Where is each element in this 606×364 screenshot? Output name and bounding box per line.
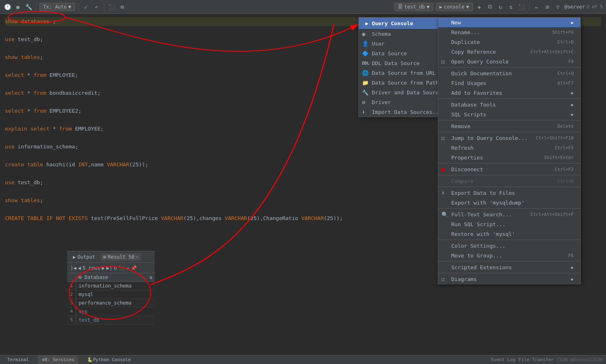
- reload-icon[interactable]: ↻: [114, 265, 117, 271]
- separator4: [529, 3, 529, 11]
- export-icon[interactable]: ↗: [126, 265, 129, 271]
- menu-item-datasource-url[interactable]: 🌐 Data Source from URL: [359, 68, 448, 78]
- menu-item-move-group[interactable]: Move to Group... F6: [438, 251, 580, 260]
- col-num-header: [67, 273, 76, 281]
- menu-item-open-console[interactable]: ◻ Open Query Console F4: [438, 57, 580, 66]
- clock-icon[interactable]: 🕐: [3, 3, 11, 11]
- console-selector[interactable]: ▶ console ▼: [436, 3, 473, 11]
- nav-next[interactable]: ▶: [102, 265, 105, 271]
- sort-icon[interactable]: ⇅: [149, 275, 152, 280]
- menu-item-remove[interactable]: Remove Delete: [438, 121, 580, 131]
- services-icon: ⚙: [42, 357, 45, 362]
- menu-item-schema[interactable]: ◉ Schema: [359, 29, 448, 39]
- tab-result[interactable]: ⊞ Result 50 ✕: [101, 253, 141, 261]
- menu-item-datasource-path[interactable]: 📁 Data Source from Path: [359, 78, 448, 87]
- run-stop-icon[interactable]: ⬛: [518, 3, 526, 11]
- duplicate-label: Duplicate: [451, 39, 480, 45]
- row-num-2: 2: [67, 290, 76, 299]
- refresh-icon[interactable]: ↻: [496, 3, 505, 11]
- menu-item-favorites[interactable]: Add to Favorites ▶: [438, 88, 580, 98]
- quick-doc-shortcut: Ctrl+Q: [549, 71, 574, 76]
- console-icon: ▶: [439, 4, 442, 10]
- undo-icon[interactable]: ↶: [92, 3, 101, 11]
- menu-item-export-mysqldump[interactable]: Export with 'mysqldump': [438, 198, 580, 207]
- favorites-arrow: ▶: [571, 91, 574, 95]
- nav-first[interactable]: |◀: [70, 265, 76, 271]
- menu-header[interactable]: ▶ Query Console: [359, 17, 448, 29]
- check-icon[interactable]: ✓: [82, 3, 90, 11]
- row-num-1: 1: [67, 282, 76, 290]
- file-transfer[interactable]: File Transfer: [518, 357, 553, 362]
- driver-icon: ⚙: [362, 99, 365, 105]
- copy-ref-shortcut: Ctrl+Alt+Shift+C: [523, 49, 574, 54]
- menu-item-quick-doc[interactable]: Quick Documentation Ctrl+Q: [438, 68, 580, 78]
- menu-item-disconnect[interactable]: ■ Disconnect Ctrl+F2: [438, 164, 580, 174]
- properties-label: Properties: [451, 155, 483, 161]
- menu-item-datasource[interactable]: 🔷 Data Source ▶: [359, 48, 448, 58]
- filter-icon[interactable]: ▽: [554, 3, 562, 11]
- db-icon[interactable]: ●: [14, 3, 22, 11]
- menu-item-run-sql[interactable]: Run SQL Script...: [438, 219, 580, 229]
- sep11: [438, 273, 580, 273]
- menu-item-color[interactable]: Color Settings...: [438, 241, 580, 251]
- terminal-tab[interactable]: Terminal: [3, 355, 33, 364]
- wrench-icon[interactable]: 🔧: [24, 3, 33, 11]
- menu-item-fulltext[interactable]: 🔍 Full-Text Search... Ctrl+Alt+Shift+F: [438, 209, 580, 219]
- menu-item-copy-ref[interactable]: Copy Reference Ctrl+Alt+Shift+C: [438, 47, 580, 57]
- menu-item-sql-scripts[interactable]: SQL Scripts ▶: [438, 109, 580, 119]
- menu-item-driver-datasource[interactable]: 🔧 Driver and Data Source: [359, 87, 448, 97]
- row-num-5: 5: [67, 316, 76, 324]
- menu-item-db-tools[interactable]: Database Tools ▶: [438, 100, 580, 109]
- menu-item-new[interactable]: New ▶: [438, 17, 580, 27]
- favorites-label: Add to Favorites: [451, 90, 502, 96]
- menu-item-driver[interactable]: ⚙ Driver: [359, 97, 448, 107]
- python-icon: 🐍: [87, 357, 93, 362]
- menu-item-export-files[interactable]: ⬇ Export Data to Files: [438, 188, 580, 198]
- copy-icon[interactable]: ⧉: [486, 3, 494, 11]
- menu-item-refresh[interactable]: Refresh Ctrl+F5: [438, 143, 580, 153]
- edit-icon[interactable]: ✏: [533, 3, 541, 11]
- menu-item-restore[interactable]: Restore with 'mysql': [438, 229, 580, 239]
- cell-2: mysql: [76, 290, 155, 299]
- menu-item-find-usages[interactable]: Find Usages Alt+F7: [438, 78, 580, 88]
- fulltext-label: Full-Text Search...: [451, 211, 512, 218]
- db-selector[interactable]: 🗄 test_db ▼: [394, 3, 433, 11]
- tx-selector[interactable]: Tx: Auto ▼: [40, 3, 75, 11]
- nav-last[interactable]: ▶|: [106, 265, 112, 271]
- copy-ref-label: Copy Reference: [451, 49, 496, 55]
- event-log[interactable]: Event Log: [491, 357, 516, 362]
- tab-output[interactable]: ▶ Output: [70, 253, 98, 261]
- sql-scripts-label: SQL Scripts: [451, 111, 486, 118]
- results-table: ⊞ Database ⇅ 1 information_schema 2 mysq…: [67, 273, 155, 325]
- menu-item-diagrams[interactable]: ◻ Diagrams ▶: [438, 274, 580, 284]
- menu-item-properties[interactable]: Properties Shift+Enter: [438, 153, 580, 162]
- tx-arrow: ▼: [68, 4, 71, 10]
- plus-icon[interactable]: ✚: [475, 3, 483, 11]
- python-tab[interactable]: 🐍 Python Console: [83, 355, 135, 364]
- tab-close[interactable]: ✕: [136, 255, 138, 259]
- services-tab[interactable]: ⚙ 8: Services: [38, 355, 78, 364]
- menu-item-jump-console[interactable]: ◻ Jump to Query Console... Ctrl+Shift+F1…: [438, 133, 580, 143]
- table-row: 2 mysql: [67, 290, 155, 299]
- export-mysqldump-label: Export with 'mysqldump': [451, 200, 525, 206]
- menu-import-label: Import Data Sources...: [372, 109, 442, 115]
- sync-icon[interactable]: ⇅: [507, 3, 515, 11]
- console-arrow: ▼: [466, 4, 469, 10]
- menu-item-scripted[interactable]: Scripted Extensions ▶: [438, 262, 580, 272]
- menu-item-user[interactable]: 👤 User: [359, 39, 448, 48]
- table-icon[interactable]: ⊞: [118, 3, 126, 11]
- stop-icon2[interactable]: ⬛: [119, 265, 125, 271]
- grid-icon[interactable]: ⊞: [543, 3, 551, 11]
- stop-icon[interactable]: ⬛: [108, 3, 116, 11]
- sep2: [438, 98, 580, 99]
- cell-5: test_db: [76, 316, 155, 324]
- pin-icon[interactable]: 📌: [131, 265, 137, 271]
- menu-item-ddl[interactable]: DDL DDL Data Source: [359, 58, 448, 68]
- console-icon2: ◻: [441, 59, 445, 65]
- menu-item-import[interactable]: ⬇ Import Data Sources...: [359, 107, 448, 117]
- menu-item-duplicate[interactable]: Duplicate Ctrl+D: [438, 37, 580, 47]
- menu-item-rename[interactable]: Rename... Shift+F6: [438, 27, 580, 37]
- nav-prev[interactable]: ◀: [78, 265, 81, 271]
- watermark: CSDN @Roebck12138: [557, 357, 603, 362]
- server-info: @server 2 of 5: [564, 4, 603, 10]
